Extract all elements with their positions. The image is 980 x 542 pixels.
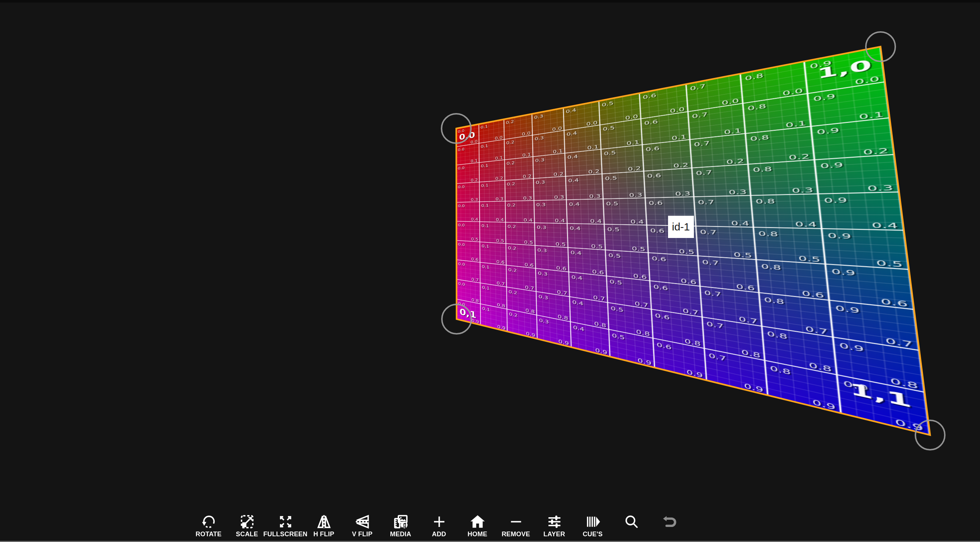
rotate-button[interactable]: ROTATE — [191, 513, 226, 540]
scale-icon — [239, 513, 256, 530]
remove-button[interactable]: REMOVE — [498, 513, 534, 540]
home-icon — [469, 513, 486, 530]
h-flip-icon — [315, 513, 332, 530]
uv-test-grid-canvas — [456, 47, 930, 435]
canvas-area[interactable]: id-1 ROTATE SCALE — [0, 0, 980, 542]
toolbar-item-label: FULLSCREEN — [264, 531, 308, 538]
h-flip-button[interactable]: H FLIP — [306, 513, 342, 540]
cues-icon — [584, 513, 601, 530]
add-button[interactable]: ADD — [421, 513, 457, 540]
scale-button[interactable]: SCALE — [229, 513, 265, 540]
add-icon — [431, 513, 448, 530]
toolbar-item-label: REMOVE — [501, 531, 530, 538]
media-button[interactable]: MEDIA — [383, 513, 418, 540]
rotate-icon — [200, 513, 217, 530]
fullscreen-icon — [277, 513, 294, 530]
home-button[interactable]: HOME — [460, 513, 495, 540]
toolbar-item-label: CUE'S — [582, 531, 602, 538]
mapping-surface[interactable] — [456, 47, 930, 435]
toolbar-item-label: ROTATE — [196, 531, 222, 538]
v-flip-button[interactable]: V FLIP — [344, 513, 380, 540]
layer-button[interactable]: LAYER — [536, 513, 572, 540]
remove-icon — [508, 513, 525, 530]
surface-id-label[interactable]: id-1 — [668, 216, 694, 238]
toolbar-item-label: MEDIA — [390, 531, 411, 538]
undo-icon — [661, 513, 678, 530]
cues-button[interactable]: CUE'S — [575, 513, 611, 540]
search-button[interactable] — [613, 513, 649, 540]
toolbar-item-label: LAYER — [544, 531, 565, 538]
layer-icon — [546, 513, 563, 530]
toolbar-item-label: H FLIP — [313, 531, 334, 538]
undo-button[interactable] — [652, 513, 687, 540]
fullscreen-button[interactable]: FULLSCREEN — [267, 513, 303, 540]
top-edge-strip — [0, 0, 980, 3]
search-icon — [623, 513, 640, 530]
media-icon — [392, 513, 409, 530]
toolbar-item-label: V FLIP — [352, 531, 372, 538]
toolbar-item-label: HOME — [468, 531, 487, 538]
v-flip-icon — [354, 513, 371, 530]
toolbar-item-label: SCALE — [236, 531, 258, 538]
bottom-toolbar: ROTATE SCALE FULLSCREEN — [191, 513, 687, 540]
toolbar-item-label: ADD — [432, 531, 446, 538]
